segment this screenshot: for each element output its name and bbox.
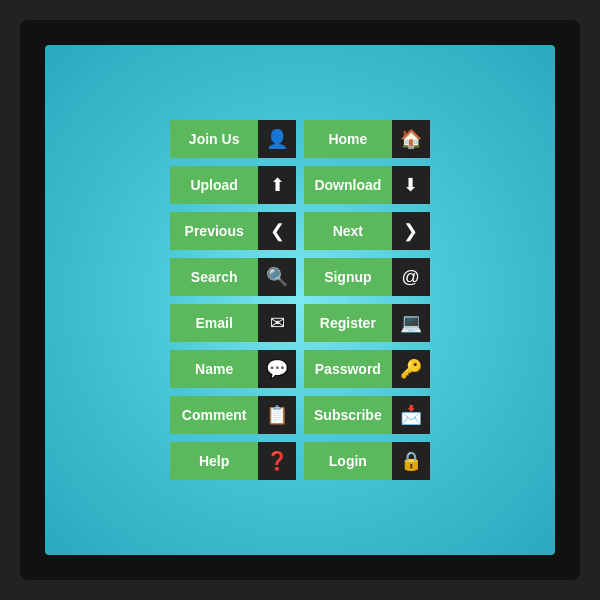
btn-icon-subscribe: 📩 (392, 396, 430, 434)
btn-login[interactable]: Login🔒 (304, 442, 430, 480)
btn-icon-search: 🔍 (258, 258, 296, 296)
btn-label-help: Help (170, 442, 258, 480)
btn-label-login: Login (304, 442, 392, 480)
btn-icon-next: ❯ (392, 212, 430, 250)
btn-join-us[interactable]: Join Us👤 (170, 120, 296, 158)
btn-icon-home: 🏠 (392, 120, 430, 158)
btn-label-comment: Comment (170, 396, 258, 434)
btn-icon-join-us: 👤 (258, 120, 296, 158)
btn-icon-signup: @ (392, 258, 430, 296)
btn-label-home: Home (304, 120, 392, 158)
btn-upload[interactable]: Upload⬆ (170, 166, 296, 204)
btn-previous[interactable]: Previous❮ (170, 212, 296, 250)
btn-home[interactable]: Home🏠 (304, 120, 430, 158)
btn-icon-name: 💬 (258, 350, 296, 388)
btn-download[interactable]: Download⬇ (304, 166, 430, 204)
btn-icon-previous: ❮ (258, 212, 296, 250)
btn-label-signup: Signup (304, 258, 392, 296)
btn-label-search: Search (170, 258, 258, 296)
inner-background: Join Us👤Home🏠Upload⬆Download⬇Previous❮Ne… (45, 45, 555, 555)
btn-label-password: Password (304, 350, 392, 388)
buttons-grid: Join Us👤Home🏠Upload⬆Download⬇Previous❮Ne… (150, 100, 449, 500)
outer-frame: Join Us👤Home🏠Upload⬆Download⬇Previous❮Ne… (20, 20, 580, 580)
btn-icon-help: ❓ (258, 442, 296, 480)
btn-label-subscribe: Subscribe (304, 396, 392, 434)
btn-label-upload: Upload (170, 166, 258, 204)
btn-icon-register: 💻 (392, 304, 430, 342)
btn-search[interactable]: Search🔍 (170, 258, 296, 296)
btn-icon-login: 🔒 (392, 442, 430, 480)
btn-email[interactable]: Email✉ (170, 304, 296, 342)
btn-label-join-us: Join Us (170, 120, 258, 158)
btn-label-name: Name (170, 350, 258, 388)
btn-label-previous: Previous (170, 212, 258, 250)
btn-icon-password: 🔑 (392, 350, 430, 388)
btn-name[interactable]: Name💬 (170, 350, 296, 388)
btn-icon-download: ⬇ (392, 166, 430, 204)
btn-icon-upload: ⬆ (258, 166, 296, 204)
btn-subscribe[interactable]: Subscribe📩 (304, 396, 430, 434)
btn-icon-comment: 📋 (258, 396, 296, 434)
btn-label-email: Email (170, 304, 258, 342)
btn-password[interactable]: Password🔑 (304, 350, 430, 388)
btn-label-next: Next (304, 212, 392, 250)
btn-register[interactable]: Register💻 (304, 304, 430, 342)
btn-next[interactable]: Next❯ (304, 212, 430, 250)
btn-label-download: Download (304, 166, 392, 204)
btn-label-register: Register (304, 304, 392, 342)
btn-comment[interactable]: Comment📋 (170, 396, 296, 434)
btn-icon-email: ✉ (258, 304, 296, 342)
btn-signup[interactable]: Signup@ (304, 258, 430, 296)
btn-help[interactable]: Help❓ (170, 442, 296, 480)
